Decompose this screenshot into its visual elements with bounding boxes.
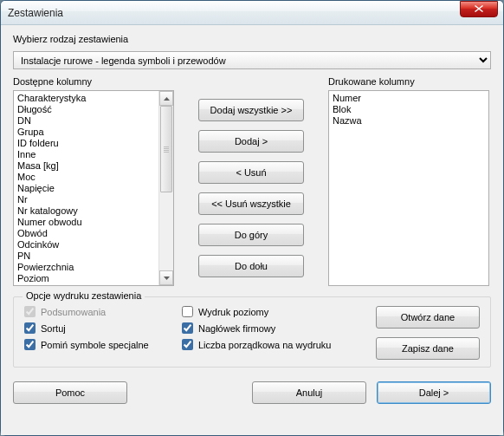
checkbox-ordinal-on-print[interactable]: Liczba porządkowa na wydruku <box>182 339 333 350</box>
scrollbar[interactable] <box>158 91 173 285</box>
prompt-label: Wybierz rodzaj zestawienia <box>13 34 491 44</box>
list-item[interactable]: Charakterystyka <box>14 93 158 104</box>
list-item[interactable]: Nr katalogowy <box>14 205 158 217</box>
print-options-group: Opcje wydruku zestawienia Podsumowania S… <box>13 296 491 368</box>
window-title: Zestawienia <box>8 7 460 19</box>
chevron-down-icon <box>164 277 170 280</box>
checkbox-summaries: Podsumowania <box>24 306 175 317</box>
remove-all-button[interactable]: << Usuń wszystkie <box>198 192 304 215</box>
available-column: Dostępne kolumny CharakterystykaDługośćD… <box>13 76 174 286</box>
list-item[interactable]: Inne <box>14 149 158 160</box>
titlebar[interactable]: Zestawienia <box>1 1 503 25</box>
type-dropdown[interactable]: Instalacje rurowe - legenda symboli i pr… <box>13 51 491 69</box>
columns-row: Dostępne kolumny CharakterystykaDługośćD… <box>13 76 491 286</box>
list-item[interactable]: Numer obwodu <box>14 217 158 228</box>
printed-list: NumerBlokNazwa <box>329 91 488 285</box>
checkbox-print-horizontal[interactable]: Wydruk poziomy <box>182 306 333 317</box>
list-item[interactable]: Powierzchnia <box>14 262 158 273</box>
checkbox-sort-label: Sortuj <box>41 323 66 334</box>
available-listbox[interactable]: CharakterystykaDługośćDNGrupaID folderuI… <box>13 90 174 286</box>
cancel-button[interactable]: Anuluj <box>252 381 366 404</box>
move-up-button[interactable]: Do góry <box>198 224 304 246</box>
close-icon <box>475 5 483 12</box>
list-item[interactable]: PN <box>14 251 158 262</box>
available-list: CharakterystykaDługośćDNGrupaID folderuI… <box>14 91 158 285</box>
options-col-left: Podsumowania Sortuj Pomiń symbole specja… <box>24 306 175 360</box>
checkbox-company-header-input[interactable] <box>182 322 193 334</box>
add-all-button[interactable]: Dodaj wszystkie >> <box>198 99 304 121</box>
type-select-wrap: Instalacje rurowe - legenda symboli i pr… <box>13 51 491 69</box>
footer-spacer <box>138 381 242 404</box>
printed-listbox[interactable]: NumerBlokNazwa <box>328 90 489 286</box>
transfer-buttons: Dodaj wszystkie >> Dodaj > < Usuń << Usu… <box>181 76 321 286</box>
checkbox-sort-input[interactable] <box>24 322 36 334</box>
dialog-footer: Pomoc Anuluj Dalej > <box>13 381 491 404</box>
list-item[interactable]: Blok <box>329 104 488 115</box>
checkbox-sort[interactable]: Sortuj <box>24 322 175 334</box>
save-data-button[interactable]: Zapisz dane <box>376 337 480 360</box>
available-label: Dostępne kolumny <box>13 76 174 87</box>
scroll-track[interactable] <box>159 106 173 270</box>
list-item[interactable]: Poziom <box>14 273 158 284</box>
list-item[interactable]: Napięcie <box>14 183 158 194</box>
chevron-up-icon <box>164 97 170 101</box>
client-area: Wybierz rodzaj zestawienia Instalacje ru… <box>1 25 503 435</box>
list-item[interactable]: Nazwa <box>329 115 488 127</box>
checkbox-summaries-label: Podsumowania <box>41 307 106 317</box>
scroll-up-button[interactable] <box>159 91 173 106</box>
checkbox-skip-special[interactable]: Pomiń symbole specjalne <box>24 339 175 350</box>
checkbox-ordinal-on-print-label: Liczba porządkowa na wydruku <box>198 340 331 350</box>
printed-label: Drukowane kolumny <box>328 76 489 87</box>
remove-button[interactable]: < Usuń <box>198 161 304 184</box>
list-item[interactable]: Masa [kg] <box>14 160 158 172</box>
checkbox-company-header-label: Nagłówek firmowy <box>198 323 275 334</box>
list-item[interactable]: Długość <box>14 104 158 115</box>
move-down-button[interactable]: Do dołu <box>198 255 304 277</box>
checkbox-company-header[interactable]: Nagłówek firmowy <box>182 322 333 334</box>
list-item[interactable]: Moc <box>14 172 158 183</box>
list-item[interactable]: Grupa <box>14 127 158 138</box>
open-data-button[interactable]: Otwórz dane <box>376 306 480 329</box>
data-buttons-col: Otwórz dane Zapisz dane <box>339 306 480 360</box>
print-options-legend: Opcje wydruku zestawienia <box>23 290 145 301</box>
checkbox-print-horizontal-label: Wydruk poziomy <box>198 307 268 317</box>
options-col-right: Wydruk poziomy Nagłówek firmowy Liczba p… <box>182 306 333 360</box>
checkbox-ordinal-on-print-input[interactable] <box>182 339 193 350</box>
list-item[interactable]: DN <box>14 115 158 127</box>
scroll-thumb[interactable] <box>160 106 172 192</box>
list-item[interactable]: Numer <box>329 93 488 104</box>
add-button[interactable]: Dodaj > <box>198 130 304 153</box>
list-item[interactable]: Odcinków <box>14 239 158 251</box>
list-item[interactable]: Obwód <box>14 228 158 239</box>
help-button[interactable]: Pomoc <box>13 381 127 404</box>
printed-column: Drukowane kolumny NumerBlokNazwa <box>328 76 489 286</box>
checkbox-print-horizontal-input[interactable] <box>182 306 193 317</box>
dialog-window: Zestawienia Wybierz rodzaj zestawienia I… <box>0 0 504 436</box>
checkbox-skip-special-input[interactable] <box>24 339 36 350</box>
next-button[interactable]: Dalej > <box>377 381 491 404</box>
checkbox-skip-special-label: Pomiń symbole specjalne <box>41 340 149 350</box>
close-button[interactable] <box>460 1 498 17</box>
list-item[interactable]: Nr <box>14 194 158 205</box>
scroll-down-button[interactable] <box>159 270 173 285</box>
list-item[interactable]: ID folderu <box>14 138 158 149</box>
checkbox-summaries-input <box>24 306 36 317</box>
